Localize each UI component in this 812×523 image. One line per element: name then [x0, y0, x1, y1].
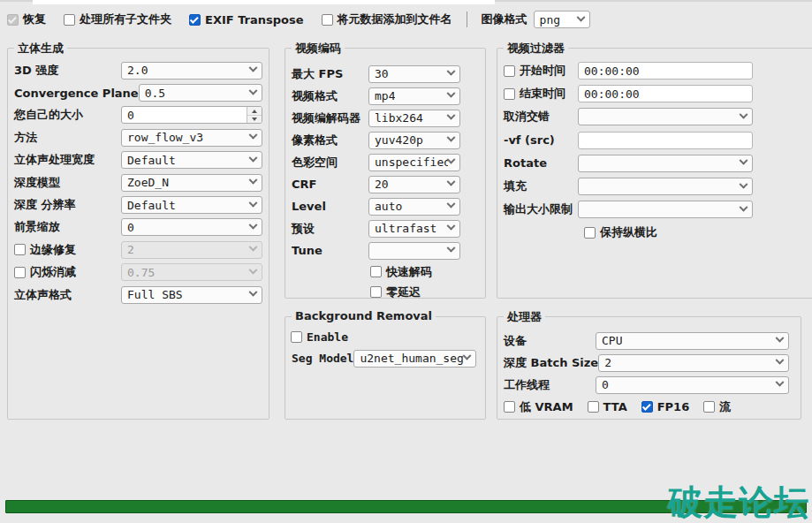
chevron-down-icon — [576, 12, 585, 21]
field-control[interactable]: auto — [368, 198, 460, 216]
checkbox-icon[interactable] — [504, 401, 515, 413]
field-control[interactable]: 0 — [121, 106, 262, 124]
field-row: 方法 row_flow_v3 — [8, 126, 269, 148]
checkbox-icon[interactable] — [703, 401, 715, 413]
checkbox-icon[interactable] — [588, 401, 599, 413]
app-window: 恢复 处理所有子文件夹 EXIF Transpose 将元数据添加到文件名 — [0, 0, 812, 523]
processor-checkbox-item[interactable]: TTA — [588, 400, 627, 413]
chevron-down-icon — [740, 179, 748, 188]
keep-aspect-row[interactable]: 保持纵横比 — [497, 221, 812, 244]
field-control[interactable]: row_flow_v3 — [121, 129, 262, 147]
field-label: 输出大小限制 — [504, 201, 573, 217]
field-control[interactable]: ZoeD_N — [121, 174, 262, 192]
chevron-down-icon — [447, 133, 456, 142]
row-checkbox[interactable] — [14, 267, 26, 278]
field-row: Tune — [285, 239, 485, 262]
chevron-down-icon — [447, 178, 456, 186]
field-label: 取消交错 — [504, 109, 550, 125]
field-value: 2 — [604, 356, 611, 369]
row-checkbox[interactable] — [504, 88, 515, 100]
field-row: Convergence Plane 0.5 — [8, 81, 269, 103]
field-value: CPU — [602, 334, 622, 347]
field-control[interactable] — [578, 201, 753, 218]
checkbox-icon[interactable] — [7, 14, 19, 26]
field-control[interactable]: Default — [121, 151, 262, 169]
enable-row[interactable]: Enable — [285, 326, 485, 347]
toolbar-checkbox-item[interactable]: 处理所有子文件夹 — [64, 11, 171, 27]
field-label: 填充 — [504, 178, 527, 194]
field-control[interactable]: unspecified — [368, 154, 460, 171]
chevron-down-icon — [249, 86, 258, 95]
field-control[interactable]: 2 — [598, 354, 789, 372]
checkbox-icon[interactable] — [64, 14, 75, 26]
chevron-down-icon — [740, 110, 748, 119]
field-control[interactable] — [578, 132, 753, 149]
encode-checkbox-row[interactable]: 快速解码 — [285, 262, 485, 282]
field-label: 深度模型 — [14, 175, 60, 191]
field-row: 预设 ultrafast — [285, 217, 485, 239]
field-control[interactable]: Default — [121, 196, 262, 214]
field-row: 深度模型 ZoeD_N — [8, 171, 269, 193]
field-control[interactable]: 0.5 — [139, 84, 262, 102]
field-value: 0 — [127, 109, 134, 122]
toolbar-separator — [467, 11, 467, 27]
field-control[interactable]: yuv420p — [368, 132, 460, 149]
field-control[interactable]: 20 — [368, 176, 460, 193]
toolbar-checkbox-item[interactable]: EXIF Transpose — [189, 13, 304, 27]
checkbox-icon[interactable] — [370, 266, 382, 277]
field-label: 您自己的大小 — [14, 107, 83, 123]
enable-checkbox[interactable] — [291, 331, 302, 343]
checkbox-icon[interactable] — [322, 14, 333, 26]
field-control[interactable]: 00:00:00 — [578, 85, 753, 102]
encode-checkbox-row[interactable]: 零延迟 — [285, 282, 485, 302]
field-row: CRF 20 — [285, 173, 485, 195]
field-control[interactable] — [578, 178, 753, 195]
row-checkbox[interactable] — [14, 244, 26, 255]
field-row: 色彩空间 unspecified — [285, 151, 485, 173]
field-control[interactable]: 0.75 — [121, 263, 262, 281]
field-control[interactable]: mp4 — [368, 87, 460, 105]
checkbox-icon[interactable] — [189, 14, 201, 26]
image-format-select[interactable]: png — [534, 11, 590, 28]
row-checkbox[interactable] — [504, 65, 515, 77]
panel-title: Background Removal — [292, 309, 436, 322]
field-label: 像素格式 — [292, 133, 338, 148]
top-white-strip — [33, 0, 495, 4]
field-control[interactable] — [578, 155, 753, 172]
field-control[interactable]: ultrafast — [368, 220, 460, 238]
field-control[interactable] — [368, 242, 460, 260]
checkbox-icon[interactable] — [370, 286, 382, 298]
field-control[interactable]: 00:00:00 — [578, 62, 753, 80]
spin-up-button[interactable] — [247, 107, 262, 116]
keep-aspect-checkbox[interactable] — [584, 227, 596, 239]
field-control[interactable]: libx264 — [368, 110, 460, 127]
field-control[interactable]: 2 — [121, 241, 262, 259]
chevron-down-icon — [249, 288, 258, 297]
checkbox-label: 低 VRAM — [520, 399, 573, 415]
field-label: 结束时间 — [520, 86, 565, 102]
field-control[interactable] — [578, 108, 753, 125]
chevron-down-icon — [249, 131, 258, 140]
spinner-buttons[interactable] — [247, 107, 262, 123]
field-control[interactable]: Full SBS — [121, 286, 262, 304]
field-control[interactable]: 0 — [121, 218, 262, 236]
chevron-down-icon — [249, 243, 258, 252]
field-control[interactable]: 2.0 — [121, 62, 262, 80]
chevron-down-icon — [776, 356, 785, 365]
field-value: auto — [375, 200, 402, 213]
field-control[interactable]: 30 — [368, 65, 460, 83]
processor-checkbox-item[interactable]: 低 VRAM — [504, 399, 573, 415]
field-label: 深度 分辨率 — [14, 197, 76, 213]
field-label: 最大 FPS — [292, 66, 343, 82]
processor-checkbox-item[interactable]: 流 — [703, 399, 731, 415]
toolbar-checkbox-item[interactable]: 恢复 — [7, 11, 46, 27]
processor-checkbox-item[interactable]: FP16 — [641, 400, 690, 413]
toolbar-checkbox-item[interactable]: 将元数据添加到文件名 — [322, 11, 452, 27]
chevron-down-icon — [776, 334, 785, 343]
field-control[interactable]: CPU — [596, 332, 789, 350]
seg-model-select[interactable]: u2net_human_seg — [353, 350, 475, 368]
field-control[interactable]: 0 — [596, 376, 789, 394]
field-row: 3D 强度 2.0 — [8, 59, 269, 81]
spin-down-button[interactable] — [247, 116, 262, 124]
checkbox-icon[interactable] — [641, 401, 653, 413]
